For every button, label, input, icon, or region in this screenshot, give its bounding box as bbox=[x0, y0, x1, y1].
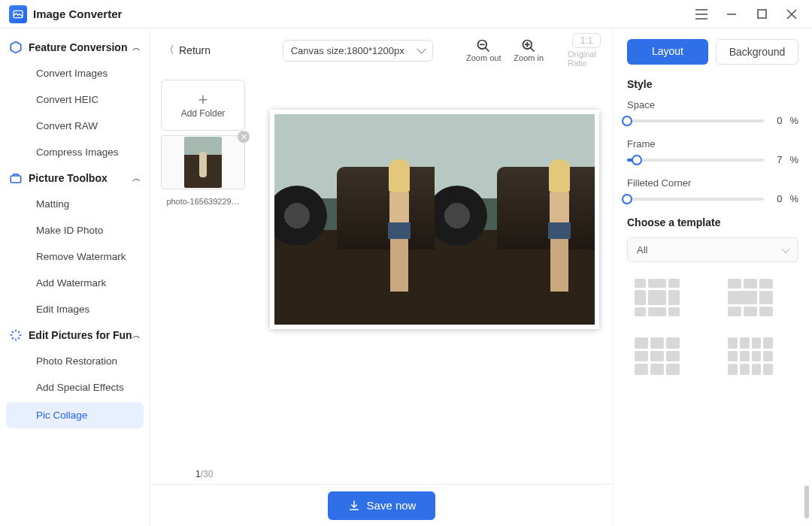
hexagon-icon bbox=[9, 41, 23, 54]
corner-unit: % bbox=[789, 193, 798, 204]
space-unit: % bbox=[789, 115, 798, 126]
sidebar-item-convert-images[interactable]: Convert Images bbox=[0, 60, 150, 86]
center-panel: 〈 Return Canvas size:1800*1200px Zoom ou… bbox=[150, 29, 614, 526]
zoom-out-icon bbox=[476, 38, 491, 53]
template-filter-value: All bbox=[637, 244, 647, 255]
corner-value: 0 bbox=[771, 193, 782, 204]
sidebar-item-matting[interactable]: Matting bbox=[0, 191, 150, 217]
maximize-button[interactable] bbox=[750, 3, 773, 26]
canvas-size-value: 1800*1200px bbox=[347, 45, 404, 56]
frame-label: Frame bbox=[627, 138, 798, 150]
space-slider[interactable] bbox=[627, 119, 764, 122]
template-option-3[interactable] bbox=[635, 337, 680, 375]
original-ratio-label: Original Ratio bbox=[568, 50, 605, 68]
svg-line-12 bbox=[486, 48, 489, 52]
template-option-1[interactable] bbox=[635, 279, 680, 316]
save-now-button[interactable]: Save now bbox=[328, 491, 436, 520]
sidebar-item-add-watermark[interactable]: Add Watermark bbox=[0, 270, 150, 296]
templates-grid bbox=[627, 276, 798, 378]
corner-slider-row: 0 % bbox=[627, 193, 798, 204]
space-value: 0 bbox=[771, 115, 782, 126]
style-section-title: Style bbox=[627, 78, 798, 90]
zoom-out-button[interactable]: Zoom out bbox=[465, 38, 502, 62]
thumbnail-item[interactable]: ✕ bbox=[161, 135, 245, 189]
collage-cell-right bbox=[435, 114, 595, 325]
frame-value: 7 bbox=[771, 154, 782, 165]
minimize-button[interactable] bbox=[720, 3, 743, 26]
center-body: + Add Folder ✕ photo-165639229… bbox=[150, 72, 613, 464]
return-label: Return bbox=[179, 44, 211, 56]
sidebar-item-edit-images[interactable]: Edit Images bbox=[0, 296, 150, 322]
sidebar: Feature Conversion ︿ Convert Images Conv… bbox=[0, 29, 150, 526]
sidebar-item-photo-restoration[interactable]: Photo Restoration bbox=[0, 348, 150, 374]
return-button[interactable]: 〈 Return bbox=[158, 41, 217, 60]
sidebar-section-edit-pictures-fun[interactable]: Edit Pictures for Fun ︿ bbox=[0, 322, 150, 348]
thumbnails-column: + Add Folder ✕ photo-165639229… bbox=[150, 72, 256, 464]
template-option-2[interactable] bbox=[728, 279, 773, 316]
canvas-size-dropdown[interactable]: Canvas size:1800*1200px bbox=[283, 40, 433, 62]
original-ratio-button[interactable]: 1:1 Original Ratio bbox=[568, 33, 605, 68]
chevron-up-icon: ︿ bbox=[132, 330, 141, 341]
frame-unit: % bbox=[789, 154, 798, 165]
close-button[interactable] bbox=[780, 3, 803, 26]
thumbnail-remove-icon[interactable]: ✕ bbox=[238, 131, 250, 143]
chevron-left-icon: 〈 bbox=[164, 44, 174, 57]
sparkle-icon bbox=[9, 328, 23, 342]
sidebar-section-label: Picture Toolbox bbox=[29, 172, 108, 184]
sidebar-item-compress-images[interactable]: Compress Images bbox=[0, 139, 150, 165]
sidebar-section-picture-toolbox[interactable]: Picture Toolbox ︿ bbox=[0, 165, 150, 191]
sidebar-section-label: Edit Pictures for Fun bbox=[29, 329, 132, 341]
corner-slider[interactable] bbox=[627, 198, 764, 201]
add-folder-button[interactable]: + Add Folder bbox=[161, 80, 245, 131]
counter-current: 1 bbox=[195, 469, 201, 479]
svg-marker-8 bbox=[11, 42, 21, 53]
right-panel: Layout Background Style Space 0 % Frame … bbox=[614, 29, 812, 526]
counter-total: /30 bbox=[201, 469, 214, 479]
template-filter-dropdown[interactable]: All bbox=[627, 237, 798, 262]
page-counter: 1/30 bbox=[150, 464, 613, 484]
space-slider-row: 0 % bbox=[627, 115, 798, 126]
frame-slider[interactable] bbox=[627, 159, 764, 162]
svg-line-16 bbox=[531, 48, 535, 52]
zoom-in-label: Zoom in bbox=[514, 53, 544, 62]
template-section-title: Choose a template bbox=[627, 216, 798, 228]
canvas-area[interactable] bbox=[256, 72, 613, 464]
template-option-4[interactable] bbox=[728, 337, 773, 375]
download-icon bbox=[347, 499, 361, 512]
thumbnail-filename: photo-165639229… bbox=[161, 197, 245, 206]
sidebar-section-feature-conversion[interactable]: Feature Conversion ︿ bbox=[0, 35, 150, 60]
corner-label: Filleted Corner bbox=[627, 177, 798, 189]
zoom-in-button[interactable]: Zoom in bbox=[510, 38, 547, 62]
app-title: Image Converter bbox=[33, 8, 122, 20]
right-tabs: Layout Background bbox=[627, 39, 798, 65]
sidebar-item-remove-watermark[interactable]: Remove Watermark bbox=[0, 243, 150, 270]
editor-toolbar: 〈 Return Canvas size:1800*1200px Zoom ou… bbox=[150, 29, 613, 72]
canvas-size-label: Canvas size: bbox=[291, 45, 347, 56]
save-row: Save now bbox=[150, 484, 613, 526]
ratio-value: 1:1 bbox=[572, 33, 601, 48]
plus-icon: + bbox=[198, 92, 208, 108]
sidebar-item-pic-collage[interactable]: Pic Collage bbox=[6, 402, 144, 428]
main-area: Feature Conversion ︿ Convert Images Conv… bbox=[0, 29, 812, 526]
space-label: Space bbox=[627, 99, 798, 110]
titlebar: Image Converter bbox=[0, 0, 812, 29]
sidebar-item-add-special-effects[interactable]: Add Special Effects bbox=[0, 374, 150, 401]
sidebar-item-convert-heic[interactable]: Convert HEIC bbox=[0, 86, 150, 113]
tab-background[interactable]: Background bbox=[716, 39, 798, 65]
zoom-in-icon bbox=[521, 38, 536, 53]
hamburger-menu-icon[interactable] bbox=[690, 3, 713, 26]
collage-preview[interactable] bbox=[270, 110, 599, 329]
tab-layout[interactable]: Layout bbox=[627, 39, 708, 65]
sidebar-item-convert-raw[interactable]: Convert RAW bbox=[0, 113, 150, 139]
chevron-up-icon: ︿ bbox=[132, 42, 141, 53]
sidebar-item-make-id-photo[interactable]: Make ID Photo bbox=[0, 217, 150, 243]
scrollbar-thumb[interactable] bbox=[804, 485, 809, 518]
toolbox-icon bbox=[9, 171, 23, 185]
app-logo-icon bbox=[9, 5, 27, 23]
thumbnail-image bbox=[161, 135, 245, 189]
zoom-out-label: Zoom out bbox=[466, 53, 501, 62]
save-label: Save now bbox=[367, 499, 417, 512]
add-folder-label: Add Folder bbox=[181, 108, 226, 119]
sidebar-section-label: Feature Conversion bbox=[29, 41, 127, 53]
collage-cell-left bbox=[274, 114, 435, 325]
